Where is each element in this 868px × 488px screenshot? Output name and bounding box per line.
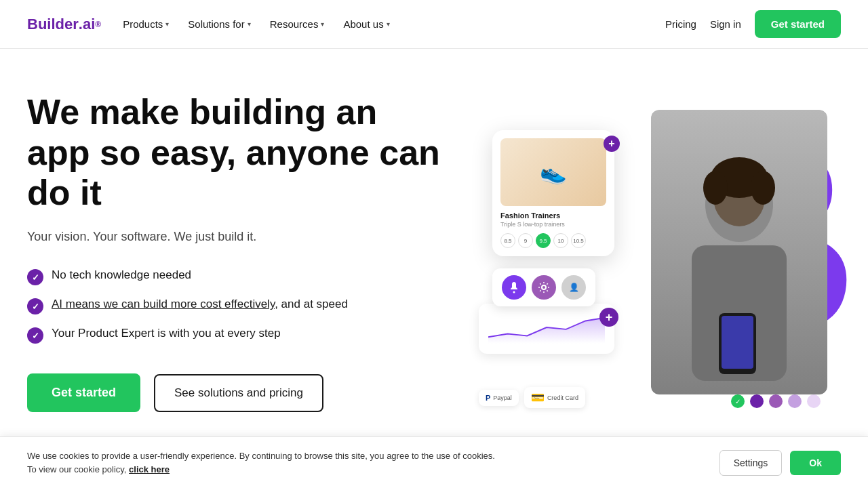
- size-option[interactable]: 8.5: [500, 233, 515, 248]
- size-selector: 8.5 9 9.5 10 10.5: [500, 233, 606, 248]
- woman-placeholder: [651, 110, 827, 394]
- product-card: + 👟 Fashion Trainers Triple S low-top tr…: [492, 130, 614, 256]
- paypal-logo: P: [486, 394, 490, 402]
- feature-text-3: Your Product Expert is with you at every…: [52, 327, 281, 340]
- hero-buttons: Get started See solutions and pricing: [27, 373, 448, 412]
- hero-subtitle: Your vision. Your software. We just buil…: [27, 230, 448, 244]
- cookie-buttons: Settings Ok: [719, 450, 841, 466]
- person-svg: [665, 137, 814, 394]
- add-icon[interactable]: +: [599, 308, 618, 327]
- size-option[interactable]: 10: [553, 233, 568, 248]
- paypal-label: Paypal: [493, 394, 512, 401]
- credit-card-icon: 💳: [531, 391, 545, 404]
- dot-light-purple: [788, 394, 802, 408]
- check-icon: [27, 327, 43, 344]
- feature-text-2: AI means we can build more cost effectiv…: [52, 298, 348, 311]
- cookie-text: We use cookies to provide a user-friendl…: [27, 449, 502, 466]
- hero-illustration: B: [499, 89, 841, 415]
- payment-row: P Paypal 💳 Credit Card: [479, 387, 585, 408]
- feature-link[interactable]: AI means we can build more cost effectiv…: [52, 298, 275, 310]
- dot-pale-purple: [807, 394, 821, 408]
- nav-signin[interactable]: Sign in: [710, 18, 741, 30]
- product-image: 👟: [500, 138, 606, 206]
- cookie-banner: We use cookies to provide a user-friendl…: [0, 436, 868, 466]
- credit-card-card: 💳 Credit Card: [524, 387, 585, 408]
- bell-icon: [508, 281, 520, 293]
- nav-resources[interactable]: Resources ▾: [270, 18, 325, 30]
- nav-right: Pricing Sign in Get started: [665, 10, 841, 38]
- add-to-cart-icon[interactable]: +: [604, 136, 620, 152]
- svg-point-9: [542, 285, 546, 289]
- nav-get-started-button[interactable]: Get started: [755, 10, 841, 38]
- gear-icon: [538, 281, 550, 293]
- cookie-policy-link[interactable]: click here: [129, 464, 170, 466]
- product-subtitle: Triple S low-top trainers: [500, 221, 606, 228]
- feature-list: No tech knowledge needed AI means we can…: [27, 268, 448, 344]
- get-started-button[interactable]: Get started: [27, 373, 140, 412]
- list-item: AI means we can build more cost effectiv…: [27, 298, 448, 314]
- nav-solutions[interactable]: Solutions for ▾: [188, 18, 250, 30]
- feature-text-1: No tech knowledge needed: [52, 268, 191, 282]
- settings-avatar: [532, 275, 556, 300]
- logo-text: Builder: [27, 16, 79, 33]
- nav-links: Products ▾ Solutions for ▾ Resources ▾ A…: [123, 18, 390, 30]
- hero-image: [651, 110, 827, 394]
- user-avatar: 👤: [561, 275, 586, 300]
- size-option[interactable]: 9: [518, 233, 533, 248]
- nav-products[interactable]: Products ▾: [123, 18, 169, 30]
- nav-pricing[interactable]: Pricing: [665, 18, 696, 30]
- chevron-down-icon: ▾: [248, 20, 251, 28]
- notification-avatar: [502, 275, 526, 300]
- svg-rect-7: [722, 316, 753, 369]
- hero-section: We make building an app so easy, anyone …: [0, 49, 868, 442]
- list-item: No tech knowledge needed: [27, 268, 448, 285]
- hero-title: We make building an app so easy, anyone …: [27, 92, 448, 214]
- dot-purple: [750, 394, 764, 408]
- chevron-down-icon: ▾: [165, 20, 169, 28]
- analytics-chart: [479, 304, 614, 354]
- check-icon: [27, 298, 43, 314]
- svg-point-5: [751, 171, 775, 205]
- product-title: Fashion Trainers: [500, 211, 606, 220]
- check-dot: [731, 394, 745, 408]
- cookie-ok-button[interactable]: Ok: [790, 451, 841, 466]
- dot-medium-purple: [769, 394, 783, 408]
- navbar: Builder.ai® Products ▾ Solutions for ▾ R…: [0, 0, 868, 49]
- check-icon: [27, 269, 43, 285]
- credit-card-label: Credit Card: [547, 394, 578, 401]
- list-item: Your Product Expert is with you at every…: [27, 327, 448, 344]
- indicator-dots: [731, 394, 821, 408]
- cookie-settings-button[interactable]: Settings: [719, 450, 783, 466]
- chevron-down-icon: ▾: [387, 20, 390, 28]
- svg-point-8: [513, 291, 515, 293]
- nav-about[interactable]: About us ▾: [343, 18, 389, 30]
- nav-left: Builder.ai® Products ▾ Solutions for ▾ R…: [27, 16, 390, 33]
- see-solutions-button[interactable]: See solutions and pricing: [154, 374, 323, 412]
- size-option-active[interactable]: 9.5: [536, 233, 551, 248]
- hero-left: We make building an app so easy, anyone …: [27, 92, 448, 412]
- chevron-down-icon: ▾: [321, 20, 324, 28]
- line-chart: [488, 310, 605, 344]
- logo[interactable]: Builder.ai®: [27, 16, 101, 33]
- paypal-card: P Paypal: [479, 390, 519, 406]
- size-option[interactable]: 10.5: [571, 233, 586, 248]
- avatar-row: 👤: [492, 268, 595, 306]
- svg-point-4: [703, 171, 728, 205]
